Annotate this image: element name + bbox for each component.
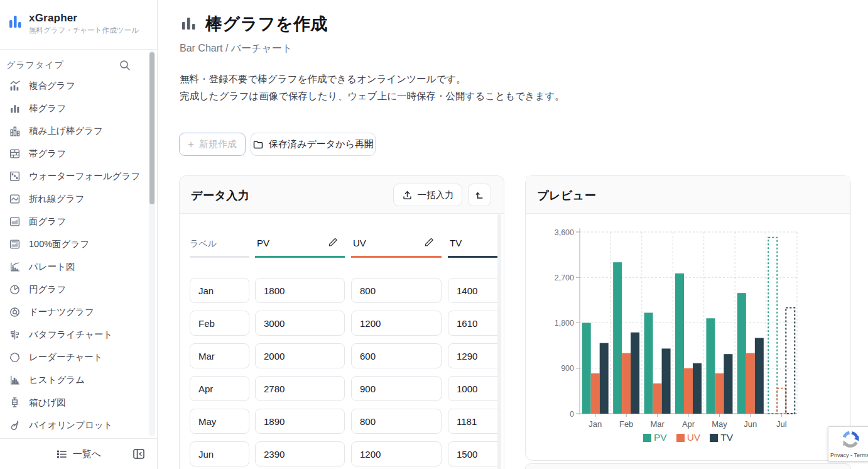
page-title: 棒グラフを作成 — [205, 13, 328, 35]
row-value-input-pv[interactable] — [255, 343, 345, 368]
series-column-header: PV — [257, 238, 269, 248]
resume-saved-data-button[interactable]: 保存済みデータから再開 — [251, 133, 376, 156]
svg-text:Apr: Apr — [682, 419, 695, 429]
folder-icon — [252, 139, 264, 150]
sidebar-item-pie-chart[interactable]: 円グラフ — [0, 278, 148, 301]
row-value-input-tv[interactable] — [448, 343, 497, 368]
area-100-chart-icon — [9, 238, 21, 250]
row-value-input-uv[interactable] — [351, 278, 442, 303]
bar-logo-icon — [9, 13, 23, 31]
sidebar-item-label: 円グラフ — [29, 284, 66, 295]
sidebar-item-line-chart[interactable]: 折れ線グラフ — [0, 187, 148, 210]
svg-text:Mar: Mar — [650, 419, 665, 429]
sidebar-item-area-100-chart[interactable]: 100%面グラフ — [0, 233, 148, 255]
sidebar-item-combo-chart[interactable]: 複合グラフ — [0, 74, 148, 97]
bar-uv-may — [715, 373, 724, 414]
row-label-input[interactable] — [190, 311, 249, 336]
row-value-input-uv[interactable] — [351, 441, 442, 466]
edit-series-pencil-icon[interactable] — [424, 236, 435, 247]
row-label-input[interactable] — [190, 376, 249, 401]
row-value-input-tv[interactable] — [448, 409, 497, 434]
resume-label: 保存済みデータから再開 — [269, 138, 374, 150]
svg-text:2,700: 2,700 — [555, 273, 574, 282]
sidebar-item-violin-plot[interactable]: バイオリンプロット — [0, 414, 148, 436]
app-logo[interactable]: xGrapher 無料グラフ・チャート作成ツール — [9, 11, 147, 38]
row-label-input[interactable] — [190, 441, 249, 466]
sidebar-scrollbar-thumb[interactable] — [149, 52, 155, 204]
legend-swatch — [710, 434, 718, 442]
row-value-input-pv[interactable] — [255, 376, 345, 401]
sidebar-item-box-plot[interactable]: 箱ひげ図 — [0, 391, 148, 414]
row-value-input-pv[interactable] — [255, 409, 345, 434]
edit-series-pencil-icon[interactable] — [328, 236, 339, 247]
legend-item-tv: TV — [710, 432, 733, 443]
bar-tv-jun — [755, 338, 764, 414]
label-column-header: ラベル — [190, 238, 217, 250]
row-label-input[interactable] — [190, 278, 249, 303]
bar-tv-may — [724, 354, 732, 414]
sidebar-item-pareto-chart[interactable]: パレート図 — [0, 255, 148, 278]
bulk-input-button[interactable]: 一括入力 — [393, 184, 462, 206]
recaptcha-privacy-terms[interactable]: Privacy - Terms — [828, 452, 868, 458]
page-description-line1: 無料・登録不要で棒グラフを作成できるオンラインツールです。 — [180, 73, 466, 86]
row-value-input-pv[interactable] — [255, 278, 345, 303]
bar-pv-mar — [644, 312, 653, 414]
pie-chart-icon — [9, 284, 21, 295]
page-subtitle: Bar Chart / バーチャート — [180, 42, 292, 55]
legend-label: PV — [654, 432, 667, 443]
table-scrollbar[interactable] — [497, 214, 501, 469]
band-chart-icon — [9, 148, 21, 160]
sidebar-item-donut-chart[interactable]: ドーナツグラフ — [0, 301, 148, 323]
sidebar-item-bar-chart[interactable]: 棒グラフ — [0, 97, 148, 119]
row-value-input-tv[interactable] — [448, 311, 497, 336]
row-value-input-uv[interactable] — [351, 409, 442, 434]
row-value-input-pv[interactable] — [255, 441, 345, 466]
sidebar-item-histogram[interactable]: ヒストグラム — [0, 368, 148, 391]
svg-text:Feb: Feb — [619, 419, 633, 429]
sidebar-item-stacked-bar-chart[interactable]: 積み上げ棒グラフ — [0, 119, 148, 142]
data-input-card: データ入力 一括入力 ラベル PVUVTV — [179, 175, 504, 469]
svg-text:0: 0 — [570, 410, 574, 419]
bar-pv-jul — [768, 238, 777, 414]
sidebar: xGrapher 無料グラフ・チャート作成ツール グラフタイプ 複合グラフ棒グラ… — [0, 0, 158, 469]
sidebar-item-label: 100%面グラフ — [29, 238, 89, 250]
sidebar-item-butterfly-chart[interactable]: バタフライチャート — [0, 323, 148, 346]
bar-tv-apr — [693, 363, 702, 414]
sidebar-item-radar-chart[interactable]: レーダーチャート — [0, 346, 148, 368]
sidebar-item-waterfall-chart[interactable]: ウォーターフォールグラフ — [0, 165, 148, 187]
row-value-input-uv[interactable] — [351, 311, 442, 336]
upload-icon — [402, 190, 413, 201]
new-create-button[interactable]: + 新規作成 — [179, 133, 246, 156]
svg-text:1,800: 1,800 — [555, 319, 574, 328]
row-value-input-tv[interactable] — [448, 278, 497, 303]
row-value-input-uv[interactable] — [351, 343, 442, 368]
collapse-sidebar-icon[interactable] — [132, 447, 146, 461]
transpose-button[interactable] — [468, 184, 491, 206]
sidebar-item-area-chart[interactable]: 面グラフ — [0, 210, 148, 233]
sidebar-item-band-chart[interactable]: 帯グラフ — [0, 142, 148, 165]
row-value-input-tv[interactable] — [448, 441, 497, 466]
preview-card: プレビュー 09001,8002,7003,600JanFebMarAprMay… — [525, 175, 851, 461]
recaptcha-badge[interactable]: Privacy - Terms — [828, 426, 868, 461]
row-label-input[interactable] — [190, 409, 249, 434]
row-label-input[interactable] — [190, 343, 249, 368]
row-value-input-uv[interactable] — [351, 376, 442, 401]
line-chart-icon — [9, 193, 21, 205]
sidebar-item-label: 折れ線グラフ — [29, 193, 84, 205]
pareto-chart-icon — [9, 261, 21, 273]
page-description-line2: 完成したグラフは画像で保存したり、ウェブ上に一時保存・公開することもできます。 — [180, 90, 565, 103]
go-to-list-label: 一覧へ — [73, 448, 101, 460]
sidebar-item-label: 積み上げ棒グラフ — [29, 125, 103, 137]
bar-chart-icon — [9, 102, 21, 114]
bar-tv-feb — [631, 333, 639, 414]
box-plot-icon — [9, 397, 21, 409]
sidebar-item-label: 箱ひげ図 — [29, 397, 66, 409]
search-icon[interactable] — [118, 58, 132, 72]
corner-arrow-icon — [474, 190, 485, 201]
violin-plot-icon — [9, 419, 21, 431]
bar-chart-title-icon — [180, 14, 198, 32]
area-chart-icon — [9, 216, 21, 228]
svg-text:900: 900 — [561, 364, 574, 373]
row-value-input-pv[interactable] — [255, 311, 345, 336]
row-value-input-tv[interactable] — [448, 376, 497, 401]
